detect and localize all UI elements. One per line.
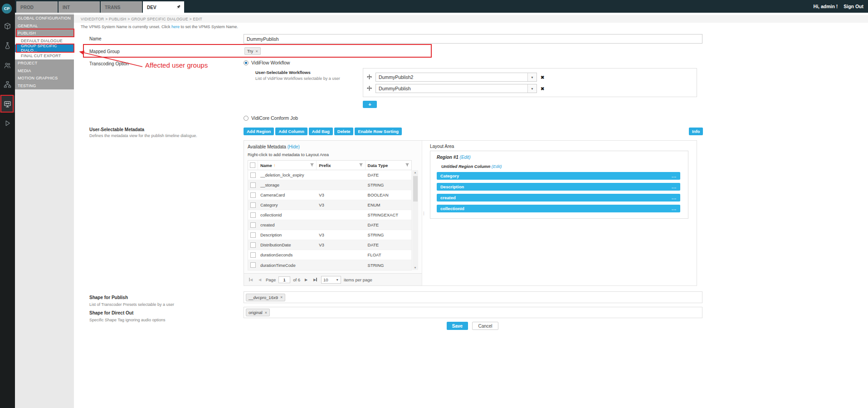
row-checkbox[interactable] <box>250 212 256 218</box>
add-region-button[interactable]: Add Region <box>244 128 274 135</box>
sidebar-item-global-configuration[interactable]: GLOBAL CONFIGURATION <box>15 15 74 22</box>
first-page-button[interactable]: ◀ <box>248 276 254 283</box>
name-input[interactable] <box>244 34 702 44</box>
row-checkbox[interactable] <box>250 202 256 208</box>
remove-workflow-icon[interactable]: ✖ <box>541 75 544 80</box>
media-module-icon[interactable] <box>0 18 15 34</box>
remove-tag-icon[interactable]: × <box>280 295 283 300</box>
workflow-module-icon[interactable] <box>0 38 15 53</box>
sidebar-item-group-specific-dialogue[interactable]: GROUP SPECIFIC DIALO... <box>15 44 74 52</box>
vpms-setup-link[interactable]: here <box>171 25 180 29</box>
sidebar-item-media[interactable]: MEDIA <box>15 67 74 75</box>
cancel-button[interactable]: Cancel <box>472 322 498 330</box>
workflow-select[interactable]: DummyPublish ▼ <box>375 84 537 93</box>
workflow-select[interactable]: DummyPublish2 ▼ <box>375 73 537 82</box>
table-row[interactable]: DescriptionV3STRING <box>248 230 411 240</box>
add-bag-button[interactable]: Add Bag <box>309 128 333 135</box>
row-checkbox[interactable] <box>250 192 256 198</box>
vidicore-conform-radio[interactable]: VidiCore Conform Job <box>244 115 298 121</box>
layout-field-collectionid[interactable]: collectionId... <box>437 205 680 212</box>
filter-icon[interactable] <box>359 163 363 167</box>
env-tab-dev[interactable]: DEV <box>143 1 184 13</box>
layout-field-created[interactable]: created... <box>437 194 680 202</box>
layout-field-description[interactable]: Description... <box>437 183 680 191</box>
panel-splitter[interactable]: ⋮ <box>422 141 425 285</box>
row-checkbox[interactable] <box>250 262 256 268</box>
last-page-button[interactable]: ▶ <box>312 276 318 283</box>
more-options-icon[interactable]: ... <box>672 206 677 211</box>
shape-direct-out-tag[interactable]: original × <box>246 309 270 316</box>
users-module-icon[interactable] <box>0 57 15 73</box>
table-row[interactable]: durationTimeCodeSTRING <box>248 260 411 270</box>
sidebar-item-project[interactable]: PROJECT <box>15 59 74 67</box>
filter-icon[interactable] <box>405 163 409 167</box>
debug-module-icon[interactable] <box>0 115 15 131</box>
chevron-down-icon[interactable]: ▼ <box>527 84 536 93</box>
env-tab-trans[interactable]: TRANS <box>101 1 142 13</box>
table-row[interactable]: durationSecondsFLOAT <box>248 250 411 260</box>
more-options-icon[interactable]: ... <box>672 184 677 189</box>
page-input[interactable] <box>278 276 290 283</box>
remove-tag-icon[interactable]: × <box>255 49 258 54</box>
remove-tag-icon[interactable]: × <box>265 310 267 315</box>
sidebar-item-publish[interactable]: PUBLISH <box>15 29 74 37</box>
scroll-up-icon[interactable]: ▲ <box>412 171 418 174</box>
sidebar-item-motion-graphics[interactable]: MOTION GRAPHICS <box>15 74 74 82</box>
add-workflow-button[interactable]: + <box>363 101 377 108</box>
column-header-datatype[interactable]: Data Type <box>366 161 411 170</box>
scroll-thumb[interactable] <box>413 176 418 202</box>
layout-field-category[interactable]: Category... <box>437 172 680 180</box>
table-row[interactable]: CategoryV3ENUM <box>248 200 411 210</box>
row-checkbox[interactable] <box>250 182 256 188</box>
page-size-select[interactable]: 10 ▼ <box>321 276 341 284</box>
info-button[interactable]: Info <box>689 128 703 135</box>
table-row[interactable]: __storageSTRING <box>248 180 411 190</box>
hide-link[interactable]: (Hide) <box>288 144 300 149</box>
table-row[interactable]: CameraCardV3BOOLEAN <box>248 190 411 200</box>
remove-workflow-icon[interactable]: ✖ <box>541 86 544 91</box>
shape-publish-tag[interactable]: __dvcpro_16x9 × <box>246 294 285 301</box>
table-row[interactable]: collectionIdSTRINGEXACT <box>248 210 411 220</box>
row-checkbox[interactable] <box>250 222 256 228</box>
table-row[interactable]: createdDATE <box>248 220 411 230</box>
next-page-button[interactable]: ▶ <box>303 276 309 283</box>
prev-page-button[interactable]: ◀ <box>257 276 263 283</box>
sidebar-item-general[interactable]: GENERAL <box>15 22 74 30</box>
row-checkbox[interactable] <box>250 232 256 238</box>
delete-button[interactable]: Delete <box>334 128 354 135</box>
select-all-checkbox[interactable] <box>250 162 255 168</box>
config-portal-icon[interactable] <box>0 95 15 113</box>
drag-handle-icon[interactable] <box>367 74 372 80</box>
filter-icon[interactable] <box>310 163 314 167</box>
column-header-prefix[interactable]: Prefix <box>317 161 365 170</box>
region-edit-link[interactable]: (Edit) <box>460 155 471 160</box>
enable-row-sorting-button[interactable]: Enable Row Sorting <box>355 128 402 135</box>
env-tab-int[interactable]: INT <box>59 1 100 13</box>
shape-publish-field[interactable]: __dvcpro_16x9 × <box>244 291 702 303</box>
drag-handle-icon[interactable] <box>367 86 372 92</box>
more-options-icon[interactable]: ... <box>672 173 677 178</box>
sidebar-item-final-cut-export[interactable]: FINAL CUT EXPORT <box>15 52 74 60</box>
vidiflow-workflow-radio[interactable]: VidiFlow Workflow <box>244 60 290 65</box>
radio-unselected-icon[interactable] <box>244 116 249 121</box>
shape-direct-out-field[interactable]: original × <box>244 307 702 318</box>
radio-selected-icon[interactable] <box>244 60 249 65</box>
column-header-name[interactable]: Name↑ <box>258 161 317 170</box>
env-tab-prod[interactable]: PROD <box>16 1 58 13</box>
save-button[interactable]: Save <box>447 322 468 330</box>
row-checkbox[interactable] <box>250 242 256 248</box>
add-column-button[interactable]: Add Column <box>275 128 307 135</box>
column-edit-link[interactable]: (Edit) <box>492 164 502 169</box>
table-row[interactable]: DistributionDateV3DATE <box>248 240 411 250</box>
mapped-group-tag[interactable]: Try × <box>244 47 261 55</box>
chevron-down-icon[interactable]: ▼ <box>527 73 536 81</box>
more-options-icon[interactable]: ... <box>672 195 677 200</box>
hierarchy-module-icon[interactable] <box>0 77 15 92</box>
table-row[interactable]: __deletion_lock_expiryDATE <box>248 170 411 180</box>
row-checkbox[interactable] <box>250 252 256 258</box>
sign-out-link[interactable]: Sign Out <box>844 4 863 9</box>
sidebar-item-testing[interactable]: TESTING <box>15 82 74 90</box>
mapped-group-field[interactable]: Try × <box>244 47 261 55</box>
table-scrollbar[interactable]: ▲ ▼ <box>412 170 418 270</box>
row-checkbox[interactable] <box>250 172 256 178</box>
